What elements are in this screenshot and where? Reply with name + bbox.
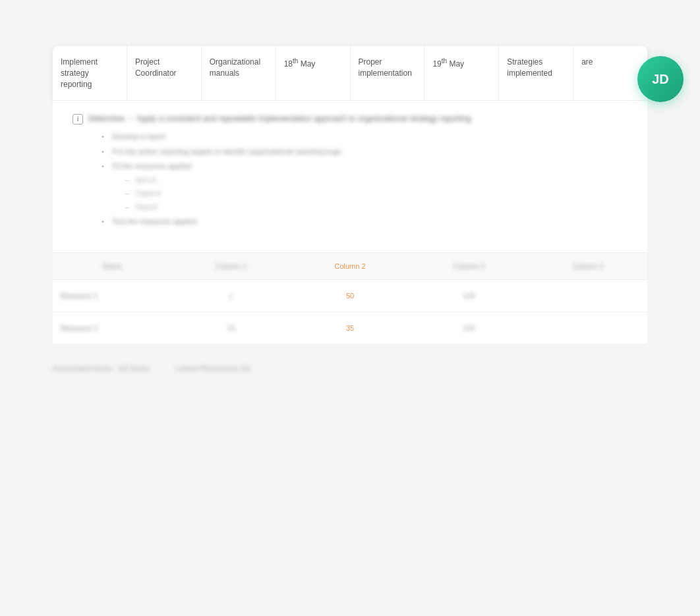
header-date-start-num: 18 [284,59,293,69]
header-cell-strategies: Strategies implemented [499,46,573,100]
header-date-end-num: 19 [432,59,441,69]
table-cell-col1-2: 15 [171,322,290,335]
header-date-start-sup: th [293,57,298,65]
table-header-name: Name [53,258,171,274]
bullet-item-1b: Put into action reporting targets to ide… [102,146,627,157]
table-cell-col3-2: 100 [409,322,528,335]
table-cell-col1-1: 1 [171,289,290,302]
table-cell-name-1: Resource 1 [53,289,171,302]
bullet-item-1: Develop a report [102,131,627,142]
table-cell-col4-1 [529,293,647,298]
page-wrapper: JD Implement strategy reporting Project … [0,46,700,616]
sub-item-1: Item A [125,175,627,186]
table-header-col1: Column 1 [171,258,290,274]
sub-item-2: Capture [125,188,627,199]
header-row: Implement strategy reporting Project Coo… [53,46,647,100]
avatar-initials: JD [652,72,669,87]
header-cell-manuals: Organizational manuals [202,46,276,100]
header-date-start-month: May [301,59,316,69]
table-header-col3: Column 3 [409,258,528,274]
table-row: Resource 1 1 50 100 [53,280,647,312]
header-strategies-label: Strategies implemented [507,57,552,78]
bullet-item-1-text: Develop a report [112,132,165,140]
table-header-col4: Column 4 [529,258,647,274]
sub-bullet-list: Item A Capture Report [112,175,627,213]
content-area: i Determine → Apply a consistent and rep… [53,100,647,252]
header-cell-date-start: 18th May [276,46,351,100]
avatar: JD [637,56,684,102]
table-row: Resource 2 15 35 100 [53,312,647,344]
footer-item-1: Associated Items · 2/2 items [53,364,150,372]
bullet-item-2-text: Fit the resources applied [112,162,191,170]
header-manuals-label: Organizational manuals [210,57,260,78]
expand-icon[interactable]: i [73,114,83,125]
table-header-row: Name Column 1 Column 2 Column 3 Column 4 [53,253,647,280]
header-cell-coordinator: Project Coordinator [127,46,202,100]
footer-area: Associated Items · 2/2 items Linked Reso… [53,364,647,372]
header-cell-task: Implement strategy reporting [53,46,127,100]
bullet-list: Develop a report Put into action reporti… [88,131,627,227]
table-cell-name-2: Resource 2 [53,322,171,335]
header-status-label: are [581,57,593,67]
header-cell-implementation: Proper implementation [351,46,425,100]
bullet-item-2: Fit the resources applied Item A Capture… [102,161,627,212]
separator-line [53,344,647,345]
table-cell-col2-1: 50 [291,289,409,302]
bullet-item-3: Test the measures applied [102,216,627,227]
avatar-container: JD [621,46,700,112]
bullet-item-3-text: Test the measures applied [112,217,196,225]
main-description: Determine → Apply a consistent and repea… [88,114,627,123]
bullet-item-1b-text: Put into action reporting targets to ide… [112,148,341,155]
header-implementation-label: Proper implementation [359,57,412,78]
table-cell-col4-2 [529,325,647,331]
table-cell-col3-1: 100 [409,289,528,302]
header-date-end-sup: th [442,57,447,65]
header-cell-date-end: 19th May [424,46,499,100]
header-coordinator-label: Project Coordinator [135,57,177,78]
footer-item-2: Linked Resources 2/2 [176,364,250,372]
header-date-end-month: May [449,59,464,69]
table-header-col2: Column 2 [291,258,409,274]
sub-item-3: Report [125,202,627,213]
header-task-label: Implement strategy reporting [61,57,98,89]
table-cell-col2-2: 35 [291,322,409,335]
table-section: Name Column 1 Column 2 Column 3 Column 4… [53,252,647,344]
